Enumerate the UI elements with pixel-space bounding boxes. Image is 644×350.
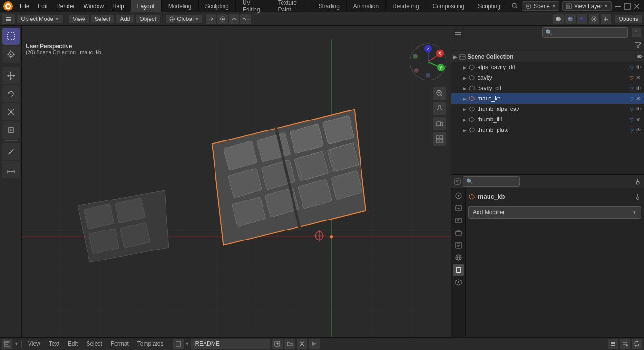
bar1-text[interactable]: Text <box>46 340 63 348</box>
prop-icon-output[interactable] <box>453 215 464 226</box>
menu-edit[interactable]: Edit <box>34 2 51 10</box>
bar1-close-btn[interactable] <box>297 339 307 349</box>
annotate-tool[interactable] <box>2 143 20 160</box>
close-icon[interactable] <box>634 3 640 10</box>
navigation-gizmo[interactable]: X Y Z <box>409 43 447 81</box>
vis-cavity[interactable]: 👁 <box>634 74 642 81</box>
prop-search[interactable] <box>463 176 520 187</box>
viewport-shading-material[interactable] <box>565 14 576 24</box>
viewport[interactable]: User Perspective (20) Scene Collection |… <box>22 26 451 337</box>
curve-btn[interactable] <box>229 14 239 24</box>
select-box-tool[interactable] <box>2 28 20 45</box>
outliner-item-thumb-alps-cav[interactable]: ▶ thumb_alps_cav ▽ 👁 <box>451 104 644 114</box>
tab-sculpting[interactable]: Sculpting <box>199 0 236 12</box>
tab-layout[interactable]: Layout <box>131 0 162 12</box>
bar1-select[interactable]: Select <box>83 340 105 348</box>
zoom-in-btn[interactable] <box>433 87 446 100</box>
bar1-templates[interactable]: Templates <box>134 340 167 348</box>
tab-uv-editing[interactable]: UV Editing <box>236 0 272 12</box>
bar1-new-btn[interactable] <box>272 339 283 349</box>
prop-icon-render[interactable] <box>453 202 464 214</box>
menu-file[interactable]: File <box>16 2 33 10</box>
tab-compositing[interactable]: Compositing <box>426 0 472 12</box>
bar1-chevron[interactable]: ▼ <box>14 341 19 346</box>
filter-btn[interactable]: ≡ <box>632 28 641 37</box>
bar1-type-chevron[interactable]: ▼ <box>185 341 190 346</box>
bar1-edit[interactable]: Edit <box>65 340 81 348</box>
bar1-run-btn[interactable] <box>309 339 320 349</box>
menu-window[interactable]: Window <box>79 2 107 10</box>
scale-tool[interactable] <box>2 103 20 120</box>
tab-scripting[interactable]: Scripting <box>471 0 507 12</box>
view-menu[interactable]: View <box>69 15 89 23</box>
options-btn[interactable]: Options <box>615 15 642 23</box>
snap-btn[interactable] <box>206 14 216 24</box>
tab-animation[interactable]: Animation <box>347 0 386 12</box>
vis-thumb-plate[interactable]: 👁 <box>634 126 642 134</box>
bar1-view[interactable]: View <box>25 340 44 348</box>
move-tool[interactable] <box>2 67 20 84</box>
prop-icon-modifier[interactable] <box>453 277 464 288</box>
viewport-shading-solid[interactable] <box>553 14 564 24</box>
rotate-tool[interactable] <box>2 85 20 102</box>
object-menu[interactable]: Object <box>136 15 160 23</box>
transform-dropdown[interactable]: Global ▼ <box>166 15 202 23</box>
object-mode-dropdown[interactable]: Object Mode ▼ <box>17 15 63 23</box>
scene-selector[interactable]: Scene ▼ <box>522 1 559 11</box>
outliner-item-cavity[interactable]: ▶ cavity ▽ 👁 <box>451 72 644 83</box>
prop-icon-world[interactable] <box>453 252 464 263</box>
scene-visibility-btn[interactable]: 👁 <box>637 54 642 60</box>
outliner-item-alps-cavity-dif[interactable]: ▶ alps_cavity_dif ▽ 👁 <box>451 62 644 72</box>
cursor-tool[interactable] <box>2 46 20 63</box>
bar1-open-btn[interactable] <box>284 339 295 349</box>
viewport-canvas[interactable]: User Perspective (20) Scene Collection |… <box>22 39 451 337</box>
measure-tool[interactable] <box>2 161 20 178</box>
vis-alps[interactable]: 👁 <box>634 63 642 71</box>
add-menu[interactable]: Add <box>116 15 134 23</box>
select-menu[interactable]: Select <box>91 15 114 23</box>
viewport-overlays-btn[interactable] <box>589 14 599 24</box>
text-editor-icon-1[interactable] <box>2 339 12 349</box>
bar1-format[interactable]: Format <box>107 340 132 348</box>
blender-logo-icon[interactable] <box>3 1 13 11</box>
outliner-item-thumb-fill[interactable]: ▶ thumb_fill ▽ 👁 <box>451 114 644 125</box>
wave-btn[interactable] <box>240 14 251 24</box>
maximize-icon[interactable] <box>624 3 631 10</box>
bar1-list-btn[interactable] <box>608 339 618 349</box>
proportional-btn[interactable] <box>217 14 228 24</box>
menu-render[interactable]: Render <box>52 2 78 10</box>
outliner-item-mauc-kb[interactable]: ▶ mauc_kb ▽ 👁 <box>451 93 644 104</box>
outliner-search[interactable] <box>542 27 628 38</box>
bar1-wrap-btn[interactable] <box>620 339 630 349</box>
bar1-editor-type[interactable] <box>173 339 184 349</box>
view-layer-selector[interactable]: View Layer ▼ <box>562 1 612 11</box>
filter-icon[interactable] <box>634 41 641 48</box>
bar1-filename[interactable]: README <box>191 339 270 349</box>
prop-icon-scene2[interactable] <box>453 240 464 251</box>
search-icon[interactable] <box>511 2 519 10</box>
scene-collection-arrow[interactable]: ▶ <box>453 54 457 60</box>
outliner-item-cavity-dif[interactable]: ▶ cavity_dif ▽ 👁 <box>451 83 644 93</box>
vis-thumb-alps[interactable]: 👁 <box>634 105 642 113</box>
vis-thumb-fill[interactable]: 👁 <box>634 116 642 123</box>
quad-view-btn[interactable] <box>433 132 446 146</box>
gizmo-btn[interactable] <box>601 14 611 24</box>
grab-btn[interactable] <box>433 102 446 115</box>
tab-rendering[interactable]: Rendering <box>386 0 426 12</box>
vis-cavity-dif[interactable]: 👁 <box>634 84 642 92</box>
outliner-item-thumb-plate[interactable]: ▶ thumb_plate ▽ 👁 <box>451 125 644 135</box>
tab-shading[interactable]: Shading <box>312 0 347 12</box>
prop-icon-scene[interactable] <box>453 190 464 201</box>
menu-help[interactable]: Help <box>108 2 128 10</box>
minimize-icon[interactable] <box>615 3 621 10</box>
camera-view-btn[interactable] <box>433 117 446 130</box>
prop-icon-view-layer[interactable] <box>453 227 464 239</box>
tab-texture-paint[interactable]: Texture Paint <box>271 0 312 12</box>
tab-modeling[interactable]: Modeling <box>162 0 199 12</box>
bar1-sync-btn[interactable] <box>632 339 642 349</box>
viewport-shading-rendered[interactable] <box>577 14 587 24</box>
vis-mauc[interactable]: 👁 <box>634 95 642 102</box>
transform-tool[interactable] <box>2 121 20 139</box>
pin-prop-icon[interactable] <box>634 193 641 200</box>
prop-icon-object[interactable] <box>453 264 464 276</box>
